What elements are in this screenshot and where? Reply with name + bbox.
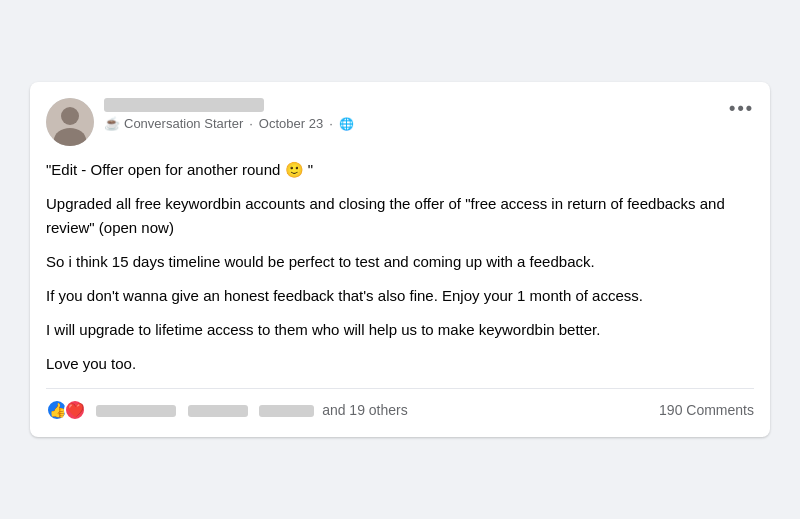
- reaction-names: and 19 others: [96, 402, 408, 418]
- post-header: ☕ Conversation Starter · October 23 · 🌐: [46, 98, 754, 146]
- others-text: and 19 others: [322, 402, 408, 418]
- author-name-blurred: [104, 98, 264, 112]
- post-footer: 👍 ❤️ and 19 others 190 Comments: [46, 388, 754, 421]
- meta-separator-2: ·: [329, 116, 333, 131]
- post-line-5: I will upgrade to lifetime access to the…: [46, 318, 754, 342]
- love-reaction: ❤️: [64, 399, 86, 421]
- post-line-1: "Edit - Offer open for another round 🙂 ": [46, 158, 754, 182]
- reaction-icons: 👍 ❤️: [46, 399, 82, 421]
- post-line-2: Upgraded all free keywordbin accounts an…: [46, 192, 754, 240]
- post-meta: ☕ Conversation Starter · October 23 · 🌐: [104, 116, 754, 131]
- post-line-3: So i think 15 days timeline would be per…: [46, 250, 754, 274]
- reactions: 👍 ❤️ and 19 others: [46, 399, 408, 421]
- post-content: "Edit - Offer open for another round 🙂 "…: [46, 158, 754, 376]
- meta-separator: ·: [249, 116, 253, 131]
- badge-icon: ☕: [104, 116, 120, 131]
- post-line-4: If you don't wanna give an honest feedba…: [46, 284, 754, 308]
- post-card: ☕ Conversation Starter · October 23 · 🌐 …: [30, 82, 770, 437]
- comments-count[interactable]: 190 Comments: [659, 402, 754, 418]
- svg-point-1: [61, 107, 79, 125]
- privacy-icon: 🌐: [339, 117, 354, 131]
- post-line-6: Love you too.: [46, 352, 754, 376]
- avatar[interactable]: [46, 98, 94, 146]
- badge-label: Conversation Starter: [124, 116, 243, 131]
- more-options-button[interactable]: •••: [729, 98, 754, 119]
- header-info: ☕ Conversation Starter · October 23 · 🌐: [104, 98, 754, 131]
- reactor-name-1: [96, 405, 176, 417]
- reactor-name-3: [259, 405, 314, 417]
- post-date: October 23: [259, 116, 323, 131]
- reactor-name-2: [188, 405, 248, 417]
